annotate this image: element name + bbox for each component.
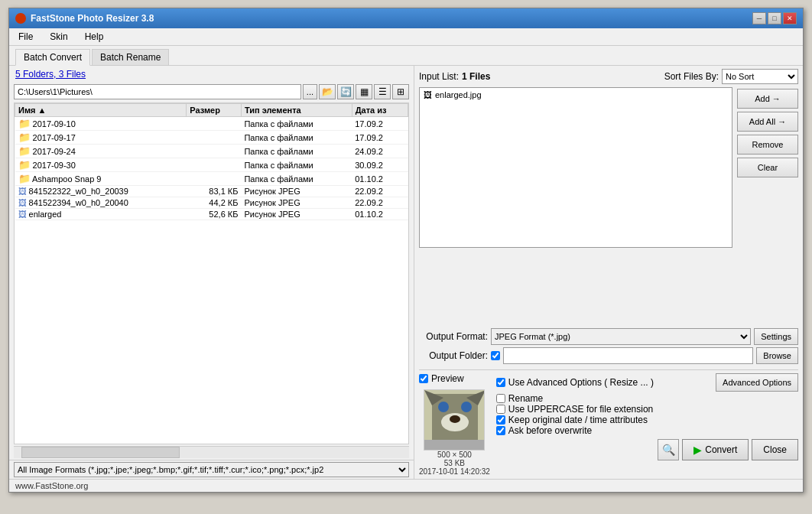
preview-label: Preview: [431, 373, 464, 384]
file-list-area: 🖼 enlarged.jpg Add → Add All → Remove Cl…: [419, 87, 798, 328]
output-format-row: Output Format: JPEG Format (*.jpg) Setti…: [419, 328, 798, 345]
remove-button[interactable]: Remove: [737, 135, 798, 155]
table-row[interactable]: 📁 2017-09-17 Папка с файлами 17.09.2: [15, 131, 408, 145]
add-button[interactable]: Add →: [737, 89, 798, 109]
file-item-icon: 🖼: [424, 90, 432, 99]
action-buttons: Add → Add All → Remove Clear: [737, 87, 798, 328]
folder-count[interactable]: 5 Folders, 3 Files: [9, 66, 414, 83]
output-folder-checkbox[interactable]: [491, 351, 500, 360]
preview-section: Preview 500 × 500 53 KB 2017-10-01 14:20…: [419, 369, 798, 476]
settings-button[interactable]: Settings: [754, 328, 798, 345]
checkbox-label-1: Use UPPERCASE for file extension: [508, 404, 653, 415]
file-list-box: 🖼 enlarged.jpg: [419, 87, 732, 248]
refresh-icon[interactable]: 🔄: [337, 84, 354, 99]
app-icon: [15, 13, 26, 24]
left-panel: 5 Folders, 3 Files ... 📂 🔄 ▦ ☰ ⊞ Имя ▲ Р…: [9, 66, 414, 479]
status-bar: www.FastStone.org: [9, 479, 803, 492]
table-row[interactable]: 📁 Ashampoo Snap 9 Папка с файлами 01.10.…: [15, 172, 408, 186]
browse-output-button[interactable]: Browse: [756, 347, 798, 364]
input-list-count: 1 Files: [462, 71, 490, 82]
output-folder-input[interactable]: [503, 347, 753, 364]
table-row[interactable]: 🖼 841522394_w0_h0_20040 44,2 КБ Рисунок …: [15, 197, 408, 209]
input-list-header: Input List: 1 Files Sort Files By: No So…: [419, 69, 798, 84]
advanced-options-button[interactable]: Advanced Options: [716, 373, 798, 392]
status-text: www.FastStone.org: [15, 481, 88, 490]
menu-bar: File Skin Help: [9, 28, 803, 46]
scan-button[interactable]: 🔍: [658, 439, 679, 460]
close-dialog-button[interactable]: Close: [752, 439, 798, 460]
menu-help[interactable]: Help: [80, 30, 109, 44]
col-type[interactable]: Тип элемента: [241, 104, 352, 117]
view-icons-icon[interactable]: ⊞: [392, 84, 409, 99]
checkbox-row: Rename: [496, 393, 798, 404]
file-item-name: enlarged.jpg: [435, 90, 482, 99]
advanced-checkbox[interactable]: [496, 378, 505, 387]
browse-path-button[interactable]: ...: [303, 84, 317, 99]
preview-image: [424, 389, 485, 451]
path-bar: ... 📂 🔄 ▦ ☰ ⊞: [9, 83, 414, 101]
checkbox-0[interactable]: [496, 394, 505, 403]
sort-select[interactable]: No SortNameSizeDate: [722, 69, 798, 84]
tab-batch-convert[interactable]: Batch Convert: [15, 49, 90, 66]
maximize-button[interactable]: □: [768, 12, 781, 24]
input-list-label: Input List:: [419, 71, 459, 82]
table-row[interactable]: 📁 2017-09-10 Папка с файлами 17.09.2: [15, 117, 408, 131]
preview-checkbox[interactable]: [419, 374, 428, 383]
checkbox-3[interactable]: [496, 426, 505, 435]
list-item[interactable]: 🖼 enlarged.jpg: [421, 89, 730, 100]
title-bar: FastStone Photo Resizer 3.8 ─ □ ✕: [9, 8, 803, 28]
checkbox-row: Ask before overwrite: [496, 425, 798, 436]
col-size[interactable]: Размер: [187, 104, 242, 117]
right-options-area: Use Advanced Options ( Resize ... ) Adva…: [496, 373, 798, 476]
menu-file[interactable]: File: [14, 30, 37, 44]
convert-label: Convert: [705, 444, 737, 455]
filter-select[interactable]: All Image Formats (*.jpg;*.jpe;*.jpeg;*.…: [14, 462, 409, 477]
clear-button[interactable]: Clear: [737, 158, 798, 177]
minimize-button[interactable]: ─: [752, 12, 766, 24]
checkbox-label-3: Ask before overwrite: [508, 425, 592, 436]
output-folder-label: Output Folder:: [419, 350, 488, 361]
horizontal-scrollbar[interactable]: [14, 446, 409, 458]
preview-date: 2017-10-01 14:20:32: [419, 467, 490, 476]
menu-skin[interactable]: Skin: [45, 30, 72, 44]
preview-check-row: Preview: [419, 373, 490, 384]
preview-size: 500 × 500: [437, 451, 472, 459]
table-row[interactable]: 📁 2017-09-30 Папка с файлами 30.09.2: [15, 158, 408, 172]
checkbox-1[interactable]: [496, 405, 505, 414]
table-row[interactable]: 📁 2017-09-24 Папка с файлами 24.09.2: [15, 145, 408, 158]
tab-batch-rename[interactable]: Batch Rename: [92, 49, 169, 65]
output-format-label: Output Format:: [419, 331, 488, 342]
output-folder-row: Output Folder: Browse: [419, 347, 798, 364]
file-area: 🖼 enlarged.jpg: [419, 87, 732, 328]
window-title: FastStone Photo Resizer 3.8: [31, 13, 154, 24]
sort-label: Sort Files By:: [664, 71, 719, 82]
advanced-options-row: Use Advanced Options ( Resize ... ) Adva…: [496, 373, 798, 392]
col-name[interactable]: Имя ▲: [15, 104, 187, 117]
preview-left: Preview 500 × 500 53 KB 2017-10-01 14:20…: [419, 373, 490, 476]
table-row[interactable]: 🖼 enlarged 52,6 КБ Рисунок JPEG 01.10.2: [15, 209, 408, 220]
content-area: 5 Folders, 3 Files ... 📂 🔄 ▦ ☰ ⊞ Имя ▲ Р…: [9, 66, 803, 479]
right-panel: Input List: 1 Files Sort Files By: No So…: [414, 66, 803, 479]
convert-button[interactable]: ▶ Convert: [682, 439, 749, 460]
checkbox-row: Keep original date / time attributes: [496, 415, 798, 425]
file-table: Имя ▲ Размер Тип элемента Дата из 📁 2017…: [14, 102, 409, 444]
view-details-icon[interactable]: ▦: [356, 84, 372, 99]
checkbox-label-2: Keep original date / time attributes: [508, 415, 648, 425]
checkbox-label-0: Rename: [508, 393, 543, 404]
add-all-button[interactable]: Add All →: [737, 112, 798, 132]
tabs-bar: Batch Convert Batch Rename: [9, 46, 803, 66]
path-input[interactable]: [14, 84, 301, 99]
close-button[interactable]: ✕: [783, 12, 797, 24]
up-folder-icon[interactable]: 📂: [319, 84, 336, 99]
main-window: FastStone Photo Resizer 3.8 ─ □ ✕ File S…: [8, 8, 804, 493]
table-row[interactable]: 🖼 841522322_w0_h0_20039 83,1 КБ Рисунок …: [15, 186, 408, 197]
col-date[interactable]: Дата из: [352, 104, 408, 117]
checkbox-2[interactable]: [496, 415, 505, 425]
sort-bar: Sort Files By: No SortNameSizeDate: [664, 69, 798, 84]
play-icon: ▶: [693, 444, 702, 456]
checkbox-row: Use UPPERCASE for file extension: [496, 404, 798, 415]
bottom-buttons: 🔍 ▶ Convert Close: [496, 436, 798, 460]
view-list-icon[interactable]: ☰: [374, 84, 391, 99]
window-controls: ─ □ ✕: [752, 12, 797, 24]
output-format-select[interactable]: JPEG Format (*.jpg): [491, 328, 751, 345]
